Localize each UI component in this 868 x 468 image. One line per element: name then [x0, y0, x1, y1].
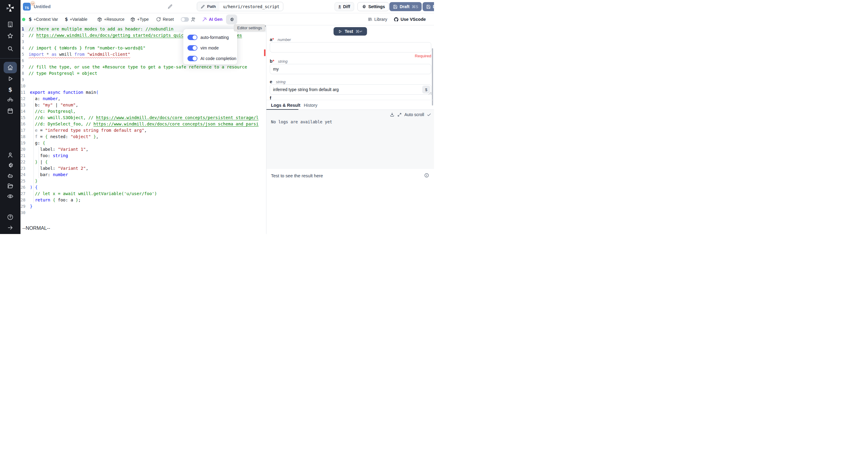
- menu-toggle-AI-code-completion[interactable]: AI code completion: [187, 53, 237, 64]
- code-line-29[interactable]: 29}: [21, 203, 266, 210]
- code-line-9[interactable]: 9: [21, 77, 266, 83]
- reset-label: Reset: [163, 17, 174, 22]
- audit-eye-icon[interactable]: [7, 193, 13, 200]
- info-icon[interactable]: [424, 173, 429, 178]
- line-number: 23: [21, 165, 25, 172]
- settings-button[interactable]: Settings: [358, 2, 389, 11]
- expand-sidebar-arrow-icon[interactable]: [7, 224, 13, 231]
- library-button[interactable]: Library: [368, 13, 387, 25]
- library-icon: [368, 17, 373, 22]
- runs-play-icon[interactable]: [7, 76, 13, 82]
- add-resource-button[interactable]: +Resource: [97, 13, 124, 25]
- diff-button[interactable]: ± Diff: [335, 2, 354, 11]
- edit-title-pencil-icon[interactable]: [167, 4, 173, 9]
- resources-boxes-icon[interactable]: [7, 97, 14, 104]
- multiplayer-users-icon[interactable]: [190, 13, 196, 25]
- package-icon: [97, 17, 102, 22]
- expand-logs-icon[interactable]: [397, 113, 402, 117]
- code-line-24[interactable]: 24 bar: number: [21, 172, 266, 178]
- typescript-badge: TS: [23, 3, 31, 10]
- search-icon[interactable]: [7, 45, 13, 52]
- add-resource-label: +Resource: [104, 17, 124, 22]
- tab-logs-result[interactable]: Logs & Result: [271, 100, 300, 110]
- form-scrollbar[interactable]: [432, 48, 433, 106]
- field-e-input[interactable]: [270, 84, 431, 95]
- code-line-30[interactable]: 30: [21, 210, 266, 216]
- code-line-7[interactable]: 7// fill the type, or use the +Resource …: [21, 64, 266, 70]
- toggle-label: vim mode: [200, 46, 219, 50]
- code-line-27[interactable]: 27 // let x = await wmill.getVariable('u…: [21, 191, 266, 197]
- code-line-26[interactable]: 26) {: [21, 184, 266, 191]
- home-icon[interactable]: [7, 64, 13, 71]
- line-number: 28: [21, 197, 25, 203]
- path-value[interactable]: u/henri/restored_script: [219, 2, 283, 11]
- code-line-20[interactable]: 20 label: "Variant 1",: [21, 146, 266, 153]
- collab-toggle[interactable]: [181, 17, 189, 22]
- code-line-14[interactable]: 14 //c: Postgresql,: [21, 108, 266, 115]
- field-b-input[interactable]: [270, 64, 431, 74]
- test-button[interactable]: Test ⌘↵: [334, 27, 367, 36]
- add-type-button[interactable]: +Type: [130, 13, 149, 25]
- field-b-label: b* string: [270, 59, 287, 64]
- code-line-13[interactable]: 13 b: "my" | "enum",: [21, 102, 266, 108]
- resize-handle[interactable]: [429, 92, 431, 95]
- code-line-28[interactable]: 28 return { foo: a };: [21, 197, 266, 203]
- menu-toggle-auto-formatting[interactable]: auto-formatting: [187, 32, 237, 42]
- code-line-11[interactable]: 11export async function main(: [21, 89, 266, 96]
- field-e-label: e string: [270, 79, 285, 84]
- reset-button[interactable]: Reset: [156, 13, 174, 25]
- code-line-16[interactable]: 16 //d: DynSelect_foo, // https://www.wi…: [21, 121, 266, 127]
- tab-history[interactable]: History: [304, 100, 317, 110]
- windmill-logo-icon[interactable]: [6, 4, 15, 13]
- code-line-25[interactable]: 25 }: [21, 178, 266, 184]
- editor-settings-tooltip: Editor settings: [234, 24, 265, 31]
- line-number: 18: [21, 134, 25, 140]
- use-vscode-button[interactable]: Use VScode: [394, 13, 426, 25]
- line-number: 3: [21, 38, 24, 45]
- settings-gear-icon[interactable]: [7, 162, 13, 169]
- draft-button[interactable]: Draft ⌘S: [390, 2, 422, 11]
- line-number: 7: [21, 64, 24, 70]
- code-line-19[interactable]: 19 g: {: [21, 140, 266, 146]
- workers-robot-icon[interactable]: [7, 173, 13, 179]
- add-variable-button[interactable]: $ +Variable: [65, 13, 87, 25]
- toggle-switch[interactable]: [187, 56, 197, 61]
- code-line-22[interactable]: 22 } | {: [21, 159, 266, 165]
- code-line-8[interactable]: 8// type Postgresql = object: [21, 70, 266, 77]
- add-context-var-button[interactable]: $ +Context Var: [29, 13, 58, 25]
- workspace-building-icon[interactable]: [7, 21, 13, 28]
- favorites-star-icon[interactable]: [7, 33, 13, 39]
- autoscroll-check-icon[interactable]: [427, 113, 431, 117]
- deploy-button[interactable]: Deploy: [423, 2, 434, 11]
- schedules-calendar-icon[interactable]: [7, 108, 13, 114]
- code-line-15[interactable]: 15 //d: wmill.S3Object, // https://www.w…: [21, 115, 266, 121]
- download-logs-icon[interactable]: [390, 112, 395, 117]
- deploy-button-label: Deploy: [433, 4, 434, 9]
- path-chip[interactable]: Path u/henri/restored_script: [197, 2, 283, 11]
- code-line-10[interactable]: 10: [21, 83, 266, 89]
- line-number: 30: [21, 210, 25, 216]
- line-number: 8: [21, 70, 24, 77]
- line-number: 1: [21, 26, 24, 32]
- variables-dollar-icon[interactable]: $: [8, 86, 12, 93]
- ai-gen-button[interactable]: AI Gen: [202, 13, 222, 25]
- code-line-18[interactable]: 18 f = { nested: "object" },: [21, 134, 266, 140]
- code-line-21[interactable]: 21 foo: string: [21, 153, 266, 159]
- help-icon[interactable]: [7, 214, 13, 221]
- vscode-github-icon: [394, 17, 399, 22]
- folders-icon[interactable]: [7, 183, 13, 189]
- menu-toggle-vim-mode[interactable]: vim mode: [187, 42, 237, 53]
- sidebar-divider: [0, 58, 21, 59]
- editor-settings-gear-button[interactable]: [226, 14, 237, 24]
- toggle-switch[interactable]: [187, 45, 197, 51]
- line-number: 11: [21, 89, 25, 96]
- panel-divider[interactable]: [266, 25, 267, 234]
- code-line-23[interactable]: 23 label: "Variant 2",: [21, 165, 266, 172]
- draft-shortcut: ⌘S: [412, 4, 418, 9]
- user-icon[interactable]: [7, 152, 13, 158]
- field-a-input[interactable]: [270, 42, 431, 53]
- code-line-17[interactable]: 17 e = "inferred type string from defaul…: [21, 127, 266, 134]
- toggle-switch[interactable]: [187, 35, 197, 40]
- code-line-12[interactable]: 12 a: number,: [21, 96, 266, 102]
- script-title[interactable]: Untitled: [34, 4, 51, 9]
